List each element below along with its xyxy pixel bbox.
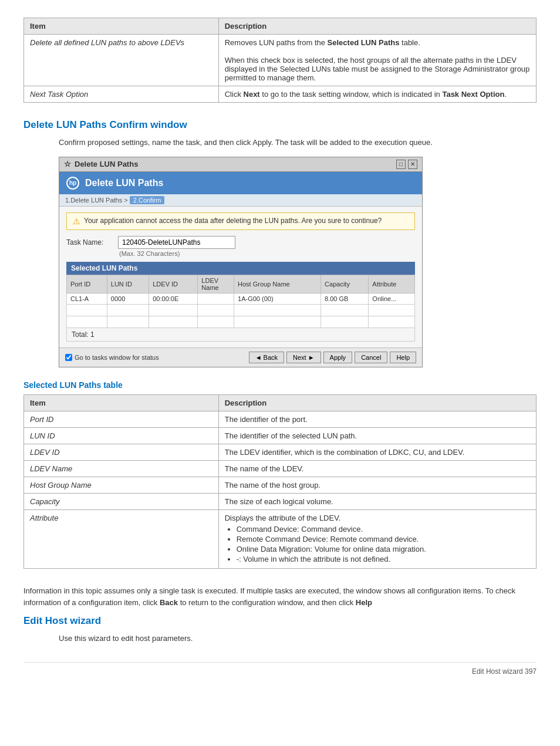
th-capacity: Capacity	[321, 275, 369, 293]
item-cell: Attribute	[24, 509, 219, 568]
warning-text: Your application cannot access the data …	[84, 217, 382, 225]
cancel-button[interactable]: Cancel	[355, 352, 387, 363]
selected-lun-paths-table-wrapper: Selected LUN Paths Port ID LUN ID LDEV I…	[66, 262, 415, 342]
page-footer: Edit Host wizard 397	[23, 662, 537, 676]
table-row: Capacity The size of each logical volume…	[24, 493, 537, 509]
dialog-minimize-button[interactable]: □	[396, 160, 406, 169]
table-row: Attribute Displays the attribute of the …	[24, 509, 537, 568]
dialog-close-button[interactable]: ✕	[408, 160, 417, 169]
dialog-body: ⚠ Your application cannot access the dat…	[59, 207, 422, 347]
th-attribute: Attribute	[369, 275, 415, 293]
th-ldev-name: LDEVName	[198, 275, 234, 293]
table-row: Delete all defined LUN paths to above LD…	[24, 35, 537, 86]
footer-left: Go to tasks window for status	[65, 354, 159, 361]
top-reference-table: Item Description Delete all defined LUN …	[23, 18, 537, 103]
empty-cell	[369, 304, 415, 316]
cell-lun-id: 0000	[107, 293, 149, 304]
dialog-breadcrumb: 1.Delete LUN Paths > 2.Confirm	[59, 194, 422, 207]
next-button[interactable]: Next ►	[286, 352, 321, 363]
cell-capacity: 8.00 GB	[321, 293, 369, 304]
cell-attribute: Online...	[369, 293, 415, 304]
col-header-item: Item	[24, 18, 219, 35]
th-ldev-id: LDEV ID	[149, 275, 198, 293]
th-lun-id: LUN ID	[107, 275, 149, 293]
help-button[interactable]: Help	[390, 352, 416, 363]
dialog-title-bar: ☆ Delete LUN Paths □ ✕	[59, 157, 422, 172]
item-cell: Delete all defined LUN paths to above LD…	[24, 35, 219, 86]
selected-lun-paths-inner-table: Port ID LUN ID LDEV ID LDEVName Host Gro…	[66, 275, 415, 328]
col-header-item: Item	[24, 394, 219, 411]
footer-right: ◄ Back Next ► Apply Cancel Help	[249, 352, 416, 363]
item-cell: LDEV Name	[24, 460, 219, 477]
desc-cell: Click Next to go to the task setting win…	[218, 86, 536, 103]
goto-tasks-label: Go to tasks window for status	[75, 354, 159, 361]
item-cell: Capacity	[24, 493, 219, 509]
dialog-warning: ⚠ Your application cannot access the dat…	[66, 212, 415, 230]
selected-lun-paths-section: Selected LUN Paths table Item Descriptio…	[23, 380, 537, 569]
list-item: Online Data Migration: Volume for online…	[237, 545, 530, 553]
task-name-col: (Max. 32 Characters)	[118, 236, 235, 257]
list-item: -: Volume in which the attribute is not …	[237, 555, 530, 563]
hp-logo: hp	[66, 177, 79, 190]
selected-lun-reference-table: Item Description Port ID The identifier …	[23, 394, 537, 569]
col-header-description: Description	[218, 394, 536, 411]
desc-cell: The name of the LDEV.	[218, 460, 536, 477]
empty-cell	[107, 316, 149, 328]
th-host-group: Host Group Name	[234, 275, 321, 293]
edit-host-wizard-section: Edit Host wizard Use this wizard to edit…	[23, 615, 537, 644]
empty-cell	[107, 304, 149, 316]
page-footer-text: Edit Host wizard 397	[472, 667, 537, 676]
dialog-title-text: Delete LUN Paths	[75, 160, 138, 168]
breadcrumb-step2-active: 2.Confirm	[130, 196, 165, 204]
edit-host-heading: Edit Host wizard	[23, 615, 537, 627]
empty-cell	[234, 304, 321, 316]
task-name-hint: (Max. 32 Characters)	[119, 250, 235, 257]
table-row: LDEV Name The name of the LDEV.	[24, 460, 537, 477]
lun-data-row: CL1-A 0000 00:00:0E 1A-G00 (00) 8.00 GB …	[67, 293, 415, 304]
cell-ldev-id: 00:00:0E	[149, 293, 198, 304]
empty-cell	[67, 304, 107, 316]
attribute-bullet-list: Command Device: Command device. Remote C…	[237, 525, 530, 563]
delete-lun-paths-section: Delete LUN Paths Confirm window Confirm …	[23, 119, 537, 367]
empty-cell	[321, 316, 369, 328]
task-name-input[interactable]	[118, 236, 235, 249]
empty-cell	[149, 304, 198, 316]
back-button[interactable]: ◄ Back	[249, 352, 284, 363]
item-cell: Host Group Name	[24, 477, 219, 493]
table-row: Host Group Name The name of the host gro…	[24, 477, 537, 493]
empty-cell	[67, 316, 107, 328]
dialog-header: hp Delete LUN Paths	[59, 172, 422, 194]
delete-lun-paths-dialog: ☆ Delete LUN Paths □ ✕ hp Delete LUN Pat…	[59, 157, 423, 367]
selected-lun-table-heading: Selected LUN Paths table	[23, 380, 537, 390]
empty-cell	[234, 316, 321, 328]
item-cell: LDEV ID	[24, 444, 219, 460]
item-cell: Next Task Option	[24, 86, 219, 103]
goto-tasks-checkbox[interactable]	[65, 354, 72, 361]
table-row: Port ID The identifier of the port.	[24, 411, 537, 427]
empty-cell	[321, 304, 369, 316]
empty-cell	[369, 316, 415, 328]
desc-cell: The identifier of the selected LUN path.	[218, 427, 536, 444]
warning-icon: ⚠	[73, 217, 80, 226]
dialog-title-icon: ☆	[64, 160, 71, 168]
item-cell: LUN ID	[24, 427, 219, 444]
dialog-title-controls[interactable]: □ ✕	[396, 160, 417, 169]
apply-button[interactable]: Apply	[323, 352, 353, 363]
cell-ldev-name	[198, 293, 234, 304]
selected-lun-table-header: Selected LUN Paths	[66, 262, 415, 275]
th-port-id: Port ID	[67, 275, 107, 293]
empty-cell	[198, 316, 234, 328]
list-item: Command Device: Command device.	[237, 525, 530, 534]
lun-empty-row	[67, 304, 415, 316]
task-name-row: Task Name: (Max. 32 Characters)	[66, 236, 415, 257]
dialog-title-left: ☆ Delete LUN Paths	[64, 160, 138, 168]
delete-section-heading: Delete LUN Paths Confirm window	[23, 119, 537, 131]
empty-cell	[149, 316, 198, 328]
desc-cell: Removes LUN paths from the Selected LUN …	[218, 35, 536, 86]
item-cell: Port ID	[24, 411, 219, 427]
desc-cell: The size of each logical volume.	[218, 493, 536, 509]
info-paragraph: Information in this topic assumes only a…	[23, 585, 537, 610]
cell-host-group: 1A-G00 (00)	[234, 293, 321, 304]
desc-cell: The LDEV identifier, which is the combin…	[218, 444, 536, 460]
breadcrumb-arrow: >	[124, 197, 129, 204]
